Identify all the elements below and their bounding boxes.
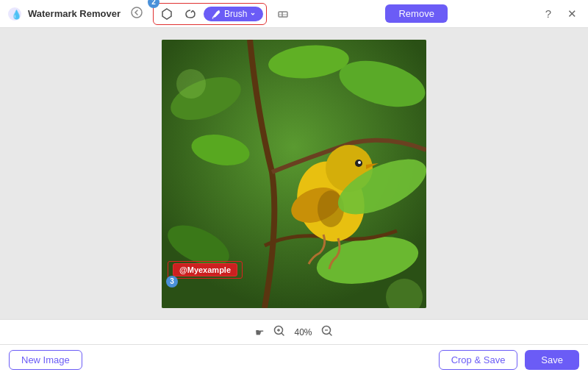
zoom-percent: 40% [294,327,312,338]
new-image-button[interactable]: New Image [9,350,82,370]
remove-button[interactable]: Remove [385,4,447,23]
eraser-tool-button[interactable] [273,5,293,23]
crop-save-button[interactable]: Crop & Save [439,350,518,370]
title-bar-right: ? ✕ [539,5,581,23]
title-bar: 💧 Watermark Remover 2 [0,0,588,28]
save-button[interactable]: Save [525,350,579,370]
help-button[interactable]: ? [539,5,557,23]
hand-tool-icon[interactable]: ☛ [255,326,265,338]
lasso-tool-button[interactable] [180,5,201,23]
watermark-text: @Myexample [173,263,237,276]
app-title: Watermark Remover [28,8,121,19]
svg-rect-4 [279,12,287,17]
step-badge-3: 3 [166,276,178,288]
app-icon: 💧 [7,7,22,21]
brush-tool-button[interactable]: Brush [204,7,263,21]
svg-point-19 [176,69,206,99]
tools-group: 2 Brush [153,3,267,25]
close-button[interactable]: ✕ [563,5,581,23]
svg-text:💧: 💧 [11,9,22,20]
back-button[interactable] [126,4,147,24]
zoom-out-icon[interactable] [321,325,333,339]
svg-point-2 [132,7,142,18]
svg-point-16 [358,161,361,164]
svg-marker-3 [162,9,171,19]
zoom-in-icon[interactable] [273,325,285,339]
watermark-selection-box[interactable]: @Myexample [168,261,243,279]
image-container: @Myexample 3 [162,40,426,308]
main-content: @Myexample 3 [0,28,588,319]
action-right: Crop & Save Save [439,350,579,370]
title-bar-left: 💧 Watermark Remover 2 [7,3,293,25]
zoom-bar: ☛ 40% [0,319,588,344]
action-bar: New Image Crop & Save Save [0,344,588,375]
polygon-tool-button[interactable] [157,5,177,23]
brush-label: Brush [224,9,247,19]
